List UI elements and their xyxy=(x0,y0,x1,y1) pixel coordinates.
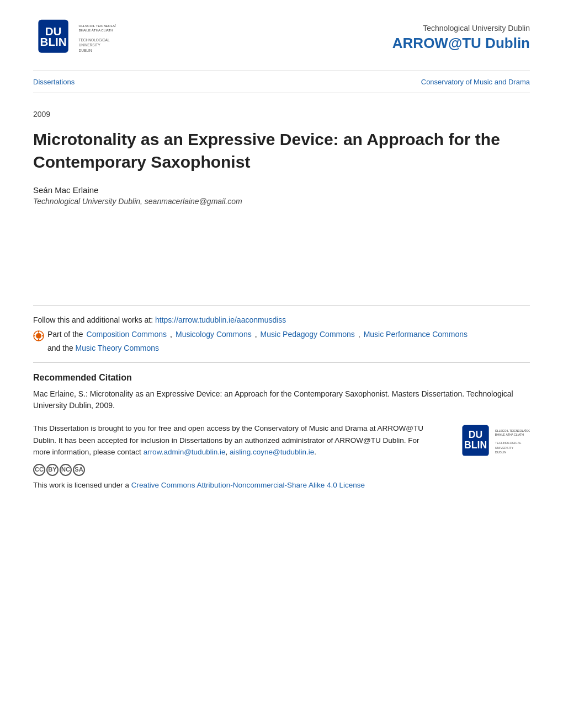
svg-text:DUBLIN: DUBLIN xyxy=(79,49,92,52)
author-affiliation: Technological University Dublin, seanmac… xyxy=(33,197,530,206)
breadcrumb-dissertations[interactable]: Dissertations xyxy=(33,78,75,86)
follow-url[interactable]: https://arrow.tudublin.ie/aaconmusdiss xyxy=(155,315,286,324)
part-of-prefix: Part of the xyxy=(47,330,83,339)
composition-commons-link[interactable]: Composition Commons xyxy=(87,330,167,339)
article-title: Microtonality as an Expressive Device: a… xyxy=(33,129,530,173)
open-access-body: This Dissertation is brought to you for … xyxy=(33,424,423,456)
follow-text: Follow this and additional works at: htt… xyxy=(33,315,530,324)
citation-text: Mac Erlaine, S.: Microtonality as an Exp… xyxy=(33,388,530,411)
svg-text:DUBLIN: DUBLIN xyxy=(495,451,506,454)
cc-icon: CC xyxy=(33,464,45,476)
author-name: Seán Mac Erlaine xyxy=(33,185,530,195)
svg-text:OLLSCOIL TEICNEOLAÍOCHTA: OLLSCOIL TEICNEOLAÍOCHTA xyxy=(495,429,530,432)
svg-text:TECHNOLOGICAL: TECHNOLOGICAL xyxy=(79,38,110,42)
music-pedagogy-commons-link[interactable]: Music Pedagogy Commons xyxy=(261,330,355,339)
musicology-commons-link[interactable]: Musicology Commons xyxy=(176,330,252,339)
svg-text:UNIVERSITY: UNIVERSITY xyxy=(495,446,514,449)
svg-text:TECHNOLOGICAL: TECHNOLOGICAL xyxy=(495,441,522,445)
breadcrumb-conservatory[interactable]: Conservatory of Music and Drama xyxy=(421,78,530,86)
open-access-text: This Dissertation is brought to you for … xyxy=(33,422,436,491)
license-prefix: This work is licensed under a xyxy=(33,481,129,489)
svg-text:UNIVERSITY: UNIVERSITY xyxy=(79,43,101,47)
tu-dublin-logo-small: DU BLIN OLLSCOIL TEICNEOLAÍOCHTA BHAILE … xyxy=(458,422,530,461)
nc-icon: NC xyxy=(60,464,72,476)
contact-email2[interactable]: aisling.coyne@tudublin.ie xyxy=(230,448,314,456)
publication-year: 2009 xyxy=(33,110,530,119)
svg-text:BHAILE ÁTHA CLIATH: BHAILE ÁTHA CLIATH xyxy=(79,28,113,32)
license-link[interactable]: Creative Commons Attribution-Noncommerci… xyxy=(131,481,365,489)
open-access-block: This Dissertation is brought to you for … xyxy=(33,422,530,491)
and-the-text: and the xyxy=(47,344,73,352)
follow-section: Follow this and additional works at: htt… xyxy=(33,305,530,352)
repo-link[interactable]: ARROW@TU Dublin xyxy=(392,35,530,51)
logo-area: DU BLIN OLLSCOIL TEICNEOLAÍOCHTA BHAILE … xyxy=(33,15,116,60)
header-right: Technological University Dublin ARROW@TU… xyxy=(392,24,530,52)
svg-text:BHAILE ÁTHA CLIATH: BHAILE ÁTHA CLIATH xyxy=(495,433,524,436)
tu-dublin-logo-small-container: DU BLIN OLLSCOIL TEICNEOLAÍOCHTA BHAILE … xyxy=(458,422,530,463)
part-of-line: Part of the Composition Commons, Musicol… xyxy=(33,330,530,341)
citation-heading: Recommended Citation xyxy=(33,373,530,383)
contact-email1[interactable]: arrow.admin@tudublin.ie xyxy=(144,448,226,456)
cc-license-icons: CC BY NC SA xyxy=(33,464,436,476)
institution-label: Technological University Dublin xyxy=(392,24,530,33)
svg-text:OLLSCOIL TEICNEOLAÍOCHTA: OLLSCOIL TEICNEOLAÍOCHTA xyxy=(79,24,116,28)
author-email[interactable]: seanmacerlaine@gmail.com xyxy=(145,197,242,206)
page-header: DU BLIN OLLSCOIL TEICNEOLAÍOCHTA BHAILE … xyxy=(0,0,563,71)
sa-icon: SA xyxy=(73,464,85,476)
affiliation-text: Technological University Dublin xyxy=(33,197,140,206)
citation-section: Recommended Citation Mac Erlaine, S.: Mi… xyxy=(33,362,530,491)
svg-text:BLIN: BLIN xyxy=(40,35,67,48)
breadcrumb-nav: Dissertations Conservatory of Music and … xyxy=(0,71,563,93)
svg-text:BLIN: BLIN xyxy=(464,440,487,451)
svg-text:DU: DU xyxy=(469,429,482,440)
svg-point-9 xyxy=(36,333,41,339)
network-icon xyxy=(33,330,44,341)
main-content: 2009 Microtonality as an Expressive Devi… xyxy=(0,93,563,513)
tu-dublin-logo: DU BLIN OLLSCOIL TEICNEOLAÍOCHTA BHAILE … xyxy=(33,15,116,60)
by-icon: BY xyxy=(46,464,59,476)
music-performance-commons-link[interactable]: Music Performance Commons xyxy=(364,330,468,339)
music-theory-commons-link[interactable]: Music Theory Commons xyxy=(76,344,159,352)
